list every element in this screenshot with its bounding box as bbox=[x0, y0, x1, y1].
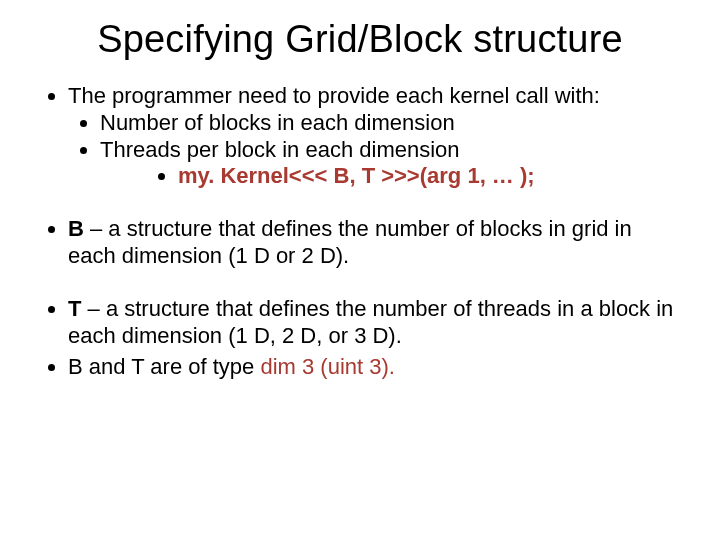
bullet-list-2: B – a structure that defines the number … bbox=[36, 216, 684, 270]
bullet-b-def: B – a structure that defines the number … bbox=[68, 216, 684, 270]
bullet-list: The programmer need to provide each kern… bbox=[36, 83, 684, 190]
bullet-list-3: T – a structure that defines the number … bbox=[36, 296, 684, 380]
bullet-t-rest: – a structure that defines the number of… bbox=[68, 296, 673, 348]
bullet-type-pre: B and T are of type bbox=[68, 354, 260, 379]
slide-title: Specifying Grid/Block structure bbox=[36, 18, 684, 61]
bullet-t-def: T – a structure that defines the number … bbox=[68, 296, 684, 350]
bullet-intro: The programmer need to provide each kern… bbox=[68, 83, 684, 190]
slide: Specifying Grid/Block structure The prog… bbox=[0, 0, 720, 540]
bullet-blocks-per-dim: Number of blocks in each dimension bbox=[100, 110, 684, 137]
bullet-type-def: B and T are of type dim 3 (uint 3). bbox=[68, 354, 684, 381]
bullet-code-list: my. Kernel<<< B, T >>>(arg 1, … ); bbox=[68, 163, 684, 190]
bullet-sublist: Number of blocks in each dimension Threa… bbox=[68, 110, 684, 164]
spacer bbox=[36, 194, 684, 216]
bullet-kernel-call: my. Kernel<<< B, T >>>(arg 1, … ); bbox=[178, 163, 684, 190]
bullet-t-term: T bbox=[68, 296, 81, 321]
bullet-threads-per-block: Threads per block in each dimension bbox=[100, 137, 684, 164]
spacer-2 bbox=[36, 274, 684, 296]
bullet-intro-text: The programmer need to provide each kern… bbox=[68, 83, 600, 108]
kernel-call-code: my. Kernel<<< B, T >>>(arg 1, … ); bbox=[178, 163, 535, 188]
bullet-b-rest: – a structure that defines the number of… bbox=[68, 216, 632, 268]
bullet-type-red: dim 3 (uint 3). bbox=[260, 354, 395, 379]
bullet-b-term: B bbox=[68, 216, 84, 241]
